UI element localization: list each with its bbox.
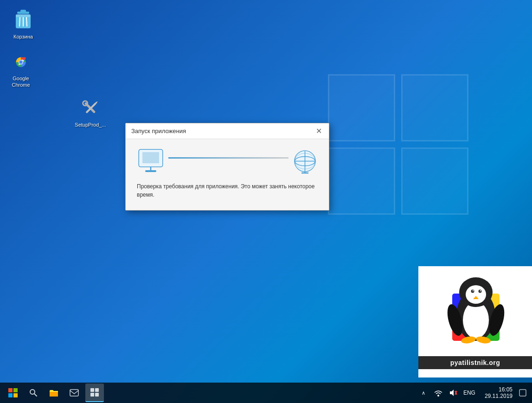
- dialog-body: Проверка требования для приложения. Это …: [126, 139, 329, 210]
- svg-rect-13: [84, 102, 96, 114]
- watermark-content: pyatilistnik.org: [418, 266, 532, 377]
- tray-network-icon[interactable]: [432, 386, 445, 399]
- search-button[interactable]: [24, 384, 43, 402]
- notification-button[interactable]: [516, 386, 529, 399]
- svg-point-42: [472, 290, 473, 291]
- svg-point-40: [471, 290, 474, 293]
- dialog-body-text: Проверка требования для приложения. Это …: [137, 182, 318, 199]
- svg-point-62: [437, 395, 439, 397]
- file-explorer-button[interactable]: [45, 384, 63, 402]
- watermark-panel: pyatilistnik.org: [418, 266, 532, 377]
- desktop-icon-google-chrome[interactable]: Google Chrome: [2, 49, 39, 91]
- windows-logo-bg: [328, 74, 476, 223]
- svg-rect-51: [8, 393, 13, 397]
- taskbar-tray: ∧ ENG: [413, 386, 481, 399]
- svg-rect-49: [8, 388, 13, 392]
- taskbar: ∧ ENG: [0, 383, 532, 403]
- svg-point-43: [480, 290, 481, 291]
- recycle-bin-label: Корзина: [13, 33, 33, 40]
- tray-sound-icon[interactable]: [447, 386, 460, 399]
- clock-date: 29.11.2019: [485, 393, 513, 399]
- svg-rect-61: [95, 393, 99, 397]
- chrome-label: Google Chrome: [5, 75, 37, 89]
- svg-line-3: [19, 17, 20, 26]
- svg-rect-58: [90, 388, 94, 392]
- dialog-close-button[interactable]: ✕: [314, 127, 323, 136]
- svg-point-37: [466, 285, 486, 304]
- svg-rect-60: [90, 393, 94, 397]
- svg-point-11: [19, 61, 23, 64]
- dialog-monitor-icon: [137, 148, 165, 174]
- clock[interactable]: 16:05 29.11.2019: [481, 386, 516, 399]
- svg-line-54: [34, 394, 37, 396]
- svg-rect-6: [16, 14, 31, 17]
- svg-line-5: [26, 17, 27, 26]
- recycle-bin-icon: [12, 9, 34, 32]
- svg-point-41: [478, 290, 481, 293]
- penguin-area: [418, 275, 532, 356]
- clock-time: 16:05: [499, 386, 513, 393]
- dialog-title: Запуск приложения: [131, 128, 186, 134]
- chrome-icon: [10, 51, 32, 73]
- svg-marker-63: [450, 390, 454, 396]
- store-button[interactable]: [85, 384, 104, 402]
- desktop-icon-recycle-bin[interactable]: Корзина: [5, 7, 42, 42]
- app-launch-dialog: Запуск приложения ✕: [125, 123, 329, 211]
- svg-rect-21: [142, 152, 159, 163]
- svg-rect-56: [50, 392, 58, 397]
- svg-rect-57: [70, 390, 78, 396]
- progress-line: [168, 157, 288, 159]
- svg-rect-50: [13, 388, 18, 392]
- svg-rect-1: [20, 10, 26, 13]
- svg-rect-12: [19, 64, 20, 65]
- tray-chevron[interactable]: ∧: [417, 386, 430, 399]
- setup-icon: [79, 97, 102, 120]
- watermark-url: pyatilistnik.org: [418, 356, 532, 369]
- tray-language[interactable]: ENG: [461, 386, 477, 399]
- start-button[interactable]: [4, 384, 22, 402]
- svg-rect-20: [145, 170, 156, 172]
- desktop-icon-setup[interactable]: SetupProd_...: [72, 95, 109, 130]
- desktop: Корзина G: [0, 0, 532, 403]
- dialog-progress-area: [137, 148, 318, 174]
- mail-button[interactable]: [65, 384, 83, 402]
- dialog-globe-icon: [292, 148, 318, 174]
- svg-rect-66: [519, 390, 526, 396]
- svg-rect-59: [95, 388, 99, 392]
- dialog-titlebar: Запуск приложения ✕: [126, 123, 329, 139]
- svg-rect-52: [13, 393, 18, 397]
- setup-label: SetupProd_...: [75, 122, 106, 128]
